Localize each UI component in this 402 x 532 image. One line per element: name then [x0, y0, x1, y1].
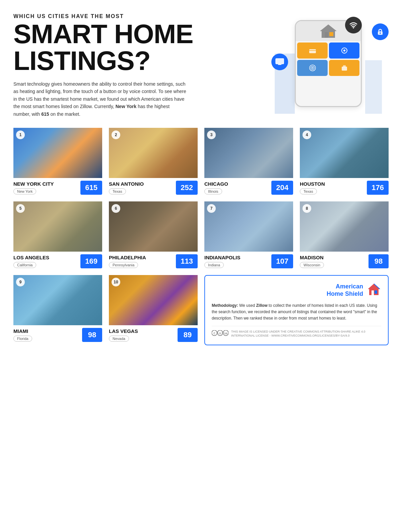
wifi-floating-icon: [345, 17, 362, 33]
city-name-state-1: NEW YORK CITY New York: [13, 181, 78, 194]
svg-rect-11: [343, 65, 346, 67]
city-state-4: Texas: [300, 188, 317, 194]
city-name-state-10: LAS VEGAS Nevada: [109, 328, 175, 342]
methodology-text1: We used: [238, 303, 256, 308]
svg-point-14: [380, 32, 381, 34]
city-card-10: 10 LAS VEGAS Nevada 89: [109, 275, 198, 345]
city-count-5: 169: [80, 254, 102, 268]
svg-text:sa: sa: [224, 332, 227, 335]
rank-badge-7: 7: [207, 204, 216, 213]
city-image-nyc: 1: [13, 128, 102, 178]
city-image-houston: 4: [300, 128, 389, 178]
lasvegas-image-inner: [109, 275, 198, 325]
city-info-4: HOUSTON Texas 176: [300, 178, 389, 195]
city-state-7: Indiana: [204, 262, 224, 268]
svg-rect-1: [325, 32, 328, 38]
city-image-indianapolis: 7: [204, 201, 293, 252]
city-info-9: MIAMI Florida 98: [13, 325, 102, 342]
city-info-3: CHICAGO Illinois 204: [204, 178, 293, 195]
city-state-5: California: [13, 262, 36, 268]
ahs-name-line1: American: [336, 283, 363, 290]
svg-text:c: c: [214, 331, 215, 335]
city-state-3: Illinois: [204, 188, 222, 194]
monitor-floating-icon: [271, 54, 288, 70]
city-image-philadelphia: 6: [109, 201, 198, 252]
city-card-6: 6 PHILADELPHIA Pennsylvania 113: [109, 201, 198, 268]
sanantonio-image-inner: [109, 128, 198, 178]
description-bold2: 615: [41, 111, 49, 117]
svg-point-12: [353, 27, 354, 28]
indianapolis-image-inner: [204, 201, 293, 252]
lock-floating-icon: [372, 23, 389, 40]
city-count-2: 252: [176, 181, 198, 195]
city-info-7: INDIANAPOLIS Indiana 107: [204, 252, 293, 268]
city-name-state-5: LOS ANGELES California: [13, 255, 78, 268]
zillow-label: Zillow: [256, 303, 267, 308]
city-name-state-9: MIAMI Florida: [13, 328, 79, 342]
tile-4: [329, 60, 359, 76]
city-image-chicago: 3: [204, 128, 293, 178]
methodology-label: Methodology:: [212, 303, 238, 308]
city-state-8: Wisconsin: [300, 262, 324, 268]
tile-1: [297, 42, 328, 59]
rank-badge-3: 3: [207, 130, 216, 139]
city-count-10: 89: [178, 328, 198, 342]
city-info-6: PHILADELPHIA Pennsylvania 113: [109, 252, 198, 268]
city-count-8: 98: [368, 254, 389, 268]
city-card-9: 9 MIAMI Florida 98: [13, 275, 102, 345]
city-card-1: 1 NEW YORK CITY New York 615: [13, 128, 102, 195]
city-state-2: Texas: [109, 188, 126, 194]
rank-badge-2: 2: [112, 130, 120, 139]
city-image-losangeles: 5: [13, 201, 102, 252]
city-name-9: MIAMI: [13, 328, 79, 334]
city-count-6: 113: [176, 254, 198, 268]
losangeles-image-inner: [13, 201, 102, 252]
city-name-4: HOUSTON: [300, 181, 364, 187]
city-name-5: LOS ANGELES: [13, 255, 78, 261]
subtitle: WHICH US CITIES HAVE THE MOST: [13, 13, 208, 19]
city-card-5: 5 LOS ANGELES California 169: [13, 201, 102, 268]
city-name-3: CHICAGO: [204, 181, 269, 187]
city-name-state-2: SAN ANTONIO Texas: [109, 181, 173, 194]
methodology-box: American Home Shield Methodology: We use…: [204, 275, 389, 345]
svg-rect-2: [329, 32, 333, 36]
svg-rect-21: [375, 290, 377, 294]
city-name-state-4: HOUSTON Texas: [300, 181, 364, 194]
city-state-9: Florida: [13, 336, 32, 342]
ahs-logo: American Home Shield: [212, 282, 381, 298]
city-image-madison: 8: [300, 201, 389, 252]
bottom-row: 9 MIAMI Florida 98 10 LAS VEGAS Nevada: [13, 275, 389, 345]
madison-image-inner: [300, 201, 389, 252]
city-image-lasvegas: 10: [109, 275, 198, 325]
rank-badge-5: 5: [16, 204, 25, 213]
city-count-4: 176: [367, 181, 389, 195]
rank-badge-8: 8: [303, 204, 311, 213]
svg-rect-3: [309, 49, 316, 53]
city-state-6: Pennsylvania: [109, 262, 138, 268]
tile-3: [297, 60, 328, 76]
page: WHICH US CITIES HAVE THE MOST SMART HOME…: [0, 0, 402, 362]
city-image-sanantonio: 2: [109, 128, 198, 178]
description: Smart technology gives homeowners the ab…: [13, 80, 188, 118]
miami-image-inner: [13, 275, 102, 325]
rank-badge-4: 4: [303, 130, 311, 139]
svg-point-9: [312, 67, 313, 69]
city-name-state-3: CHICAGO Illinois: [204, 181, 269, 194]
city-image-miami: 9: [13, 275, 102, 325]
main-title: SMART HOME LISTINGS?: [13, 21, 208, 74]
city-name-state-6: PHILADELPHIA Pennsylvania: [109, 255, 173, 268]
methodology-text: Methodology: We used Zillow to collect t…: [212, 302, 381, 322]
rank-badge-9: 9: [16, 278, 25, 286]
city-count-7: 107: [271, 254, 293, 268]
city-count-9: 98: [82, 328, 102, 342]
svg-point-6: [343, 50, 345, 52]
city-name-10: LAS VEGAS: [109, 328, 175, 334]
building-right-decoration: [365, 60, 382, 114]
city-name-2: SAN ANTONIO: [109, 181, 173, 187]
description-end: on the market.: [49, 111, 80, 117]
description-bold1: New York: [116, 104, 137, 109]
ahs-house-icon: [366, 282, 381, 298]
rank-badge-6: 6: [112, 204, 120, 213]
ahs-logo-text: American Home Shield: [327, 283, 363, 297]
tile-2: [329, 42, 359, 59]
